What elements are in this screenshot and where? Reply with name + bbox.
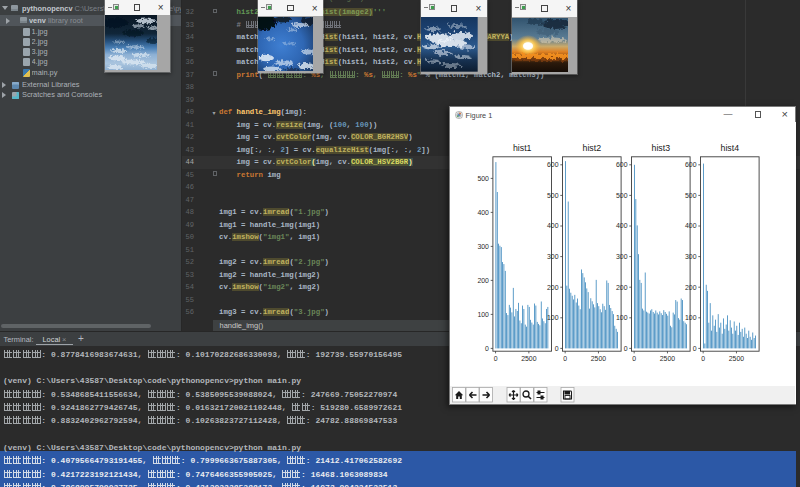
svg-text:400: 400 (547, 222, 559, 229)
svg-text:100: 100 (616, 314, 628, 321)
svg-text:500: 500 (616, 192, 628, 199)
svg-text:300: 300 (547, 253, 559, 260)
svg-text:0: 0 (692, 345, 696, 352)
svg-text:hist3: hist3 (651, 143, 670, 153)
svg-text:200: 200 (547, 284, 559, 291)
svg-text:2500: 2500 (728, 355, 743, 362)
svg-text:0: 0 (632, 355, 636, 362)
svg-text:400: 400 (477, 209, 489, 216)
svg-text:400: 400 (616, 222, 628, 229)
svg-text:100: 100 (685, 314, 697, 321)
svg-text:200: 200 (685, 284, 697, 291)
svg-text:0: 0 (563, 355, 567, 362)
svg-text:0: 0 (623, 345, 627, 352)
svg-text:500: 500 (685, 192, 697, 199)
svg-text:0: 0 (701, 355, 705, 362)
svg-text:2500: 2500 (521, 355, 536, 362)
svg-text:2500: 2500 (659, 355, 674, 362)
svg-text:0: 0 (493, 355, 497, 362)
svg-text:100: 100 (547, 314, 559, 321)
svg-text:600: 600 (547, 161, 559, 168)
svg-text:2500: 2500 (590, 355, 605, 362)
svg-text:300: 300 (685, 253, 697, 260)
svg-text:600: 600 (685, 161, 697, 168)
svg-text:400: 400 (685, 222, 697, 229)
svg-text:300: 300 (616, 253, 628, 260)
svg-text:500: 500 (547, 192, 559, 199)
svg-text:500: 500 (477, 175, 489, 182)
svg-text:100: 100 (477, 311, 489, 318)
svg-text:hist2: hist2 (582, 143, 601, 153)
svg-text:600: 600 (616, 161, 628, 168)
svg-text:200: 200 (477, 277, 489, 284)
svg-text:hist4: hist4 (720, 143, 739, 153)
svg-text:200: 200 (616, 284, 628, 291)
svg-text:0: 0 (554, 345, 558, 352)
svg-text:0: 0 (485, 345, 489, 352)
svg-text:300: 300 (477, 243, 489, 250)
svg-text:hist1: hist1 (512, 143, 531, 153)
